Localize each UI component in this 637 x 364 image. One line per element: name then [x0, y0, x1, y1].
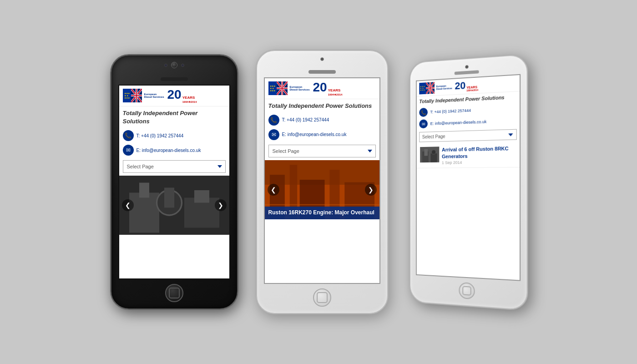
blog-post-title-3: Arrival of 6 off Ruston 8RKC Generators: [442, 145, 516, 160]
svg-rect-13: [164, 188, 174, 208]
contact-phone-row-1: 📞 T: +44 (0) 1942 257444: [119, 128, 229, 143]
email-icon-2: ✉: [268, 129, 279, 140]
blog-post-date-3: 1 Sep 2014: [442, 159, 516, 165]
years-sub-3: 1994★2014: [466, 88, 478, 91]
svg-rect-8: [131, 95, 142, 96]
slider-prev-2[interactable]: ❮: [268, 184, 279, 196]
home-button-inner-black: [169, 288, 180, 298]
phone-white-upright: ★★★★ ★★★★: [256, 50, 388, 314]
twenty-years-3: 20 YEARS 1994★2014: [455, 79, 478, 92]
years-sub-1: 1994★2014: [182, 100, 197, 103]
uk-flag-svg-1: [131, 89, 142, 102]
screen-white-angled: ★★★★ ★★★★: [415, 74, 520, 281]
svg-rect-24: [277, 88, 288, 89]
svg-rect-10: [129, 193, 159, 233]
slider-img-2: Ruston 16RK270 Engine: Major Overhaul: [265, 160, 379, 219]
phone-top-bar-white: [320, 57, 324, 61]
email-icon-3: ✉: [419, 119, 428, 128]
nav-select-wrapper-1: Select Page: [123, 160, 226, 173]
speaker-angled: [454, 70, 479, 75]
uk-flag-svg-3: [426, 82, 435, 94]
site-header-1: ★★★★ ★★★★: [119, 86, 229, 106]
logo-badge-line2-2: Diesel Services: [290, 88, 310, 91]
email-icon-1: ✉: [123, 145, 134, 156]
svg-rect-15: [194, 190, 209, 203]
uk-flag-svg-2: [277, 81, 288, 95]
twenty-years-2: 20 YEARS 1994★2014: [313, 81, 343, 96]
logo-area-1: ★★★★ ★★★★: [123, 88, 197, 103]
slider-next-2[interactable]: ❯: [365, 184, 377, 196]
years-number-2: 20: [313, 81, 327, 94]
years-label-2: YEARS: [328, 89, 343, 93]
site-header-2: ★★★★ ★★★★: [265, 78, 379, 99]
nav-select-2[interactable]: Select Page: [268, 145, 376, 157]
logo-area-2: ★★★★ ★★★★: [268, 81, 343, 96]
screen-white-upright: ★★★★ ★★★★: [264, 77, 380, 284]
post-title-2: Ruston 16RK270 Engine: Major Overhaul: [268, 209, 376, 217]
years-number-1: 20: [167, 88, 182, 101]
phone-number-1: T: +44 (0) 1942 257444: [136, 133, 184, 138]
phone-number-3: T: +44 (0) 1942 257444: [430, 108, 471, 114]
camera-white: [320, 57, 324, 61]
years-sub-2: 1994★2014: [328, 93, 343, 96]
site-content-angled: ★★★★ ★★★★: [416, 75, 519, 168]
led2-black: [181, 64, 184, 67]
logo-badge-line2: Diesel Services: [144, 96, 164, 98]
phone-icon-2: 📞: [268, 115, 279, 126]
speaker-white: [308, 70, 336, 74]
slider-1: ❮ ❯: [119, 176, 229, 235]
twenty-years-1: 20 YEARS 1994★2014: [167, 88, 197, 103]
machinery-svg-1: [119, 176, 229, 235]
blog-post-item-3: Arrival of 6 off Ruston 8RKC Generators …: [416, 142, 519, 168]
phone-number-2: T: +44 (0) 1942 257444: [282, 117, 329, 122]
contact-phone-row-2: 📞 T: +44 (0) 1942 257444: [265, 113, 379, 127]
years-label-1: YEARS: [182, 96, 197, 100]
nav-select-1[interactable]: Select Page: [123, 160, 226, 173]
contact-email-row-2: ✉ E: info@european-diesels.co.uk: [265, 127, 379, 142]
site-content-black: ★★★★ ★★★★: [119, 86, 229, 235]
camera-black: [171, 62, 177, 68]
nav-select-wrapper-3: Select Page: [419, 129, 516, 142]
blog-info-3: Arrival of 6 off Ruston 8RKC Generators …: [442, 145, 516, 165]
home-button-angled[interactable]: [458, 282, 474, 299]
speaker-black: [161, 77, 188, 81]
email-address-3: E: info@european-diesels.co.uk: [430, 119, 486, 126]
slider-2: Ruston 16RK270 Engine: Major Overhaul ❮ …: [265, 160, 379, 219]
home-button-inner-white: [317, 292, 328, 303]
email-address-2: E: info@european-diesels.co.uk: [282, 132, 347, 137]
logo-area-3: ★★★★ ★★★★: [419, 79, 478, 94]
svg-rect-44: [424, 149, 427, 156]
tagline-1: Totally Independent Power Solutions: [119, 106, 229, 128]
phone-black: ★★★★ ★★★★: [111, 55, 238, 309]
phone-icon-1: 📞: [123, 130, 134, 141]
logo-badge-line2-3: Diesel Services: [436, 86, 452, 90]
led-black: [164, 64, 167, 67]
tagline-2: Totally Independent Power Solutions: [265, 99, 379, 113]
site-content-white: ★★★★ ★★★★: [265, 78, 379, 219]
svg-rect-11: [139, 183, 149, 198]
slider-prev-1[interactable]: ❮: [122, 199, 134, 211]
slider-img-1: [119, 176, 229, 235]
nav-select-wrapper-2: Select Page: [268, 145, 376, 157]
years-number-3: 20: [455, 80, 465, 91]
phone-top-bar-black: [164, 62, 184, 68]
home-button-white[interactable]: [313, 288, 331, 307]
post-overlay-2: Ruston 16RK270 Engine: Major Overhaul: [265, 207, 379, 219]
nav-select-3[interactable]: Select Page: [419, 129, 516, 142]
contact-email-row-1: ✉ E: info@european-diesels.co.uk: [119, 143, 229, 157]
home-button-black[interactable]: [165, 284, 183, 302]
slider-next-1[interactable]: ❯: [215, 199, 227, 211]
screen-black: ★★★★ ★★★★: [118, 85, 230, 279]
home-button-inner-angled: [462, 286, 471, 295]
camera-angled: [465, 65, 468, 69]
phone-white-angled: ★★★★ ★★★★: [410, 54, 528, 310]
email-address-1: E: info@european-diesels.co.uk: [136, 148, 201, 153]
phone-icon-3: 📞: [419, 108, 428, 117]
blog-thumb-img-3: [420, 147, 439, 162]
phone-top-bar-angled: [465, 65, 468, 69]
blog-thumb-3: [420, 147, 439, 162]
